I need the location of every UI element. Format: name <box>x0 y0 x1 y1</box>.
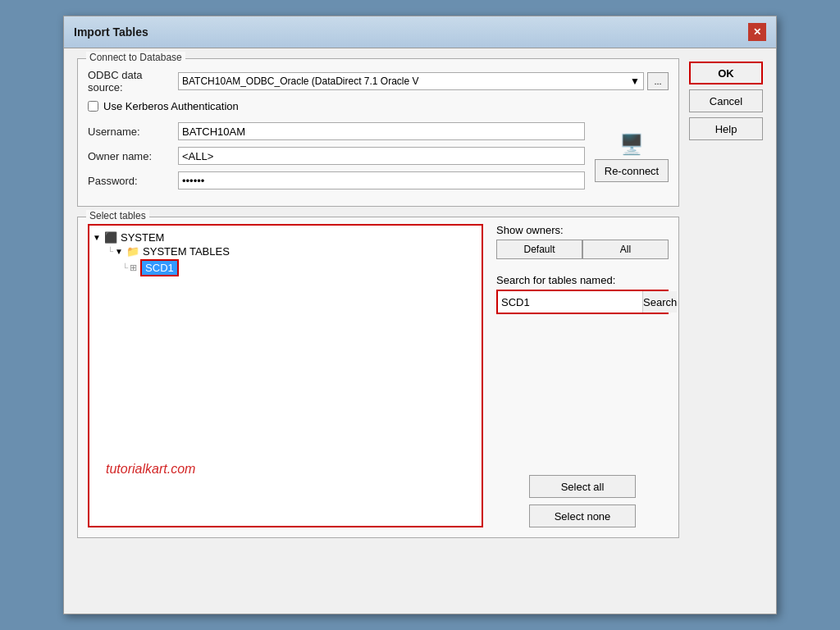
reconnect-button[interactable]: Re-connect <box>595 159 669 182</box>
odbc-browse-button[interactable]: ... <box>647 72 669 90</box>
expander-system-tables[interactable]: ▼ <box>115 247 125 256</box>
connect-group-label: Connect to Database <box>86 52 185 63</box>
search-section: Search for tables named: Search <box>496 274 669 314</box>
table-icon: ⊞ <box>130 262 137 273</box>
close-button[interactable]: ✕ <box>748 23 766 41</box>
username-input[interactable] <box>178 122 585 140</box>
select-tables-group: Select tables ▼ ⬛ SYSTEM └ ▼ <box>77 217 679 538</box>
search-input[interactable] <box>498 291 643 313</box>
tree-panel[interactable]: ▼ ⬛ SYSTEM └ ▼ 📁 SYSTEM TABLES <box>88 224 483 527</box>
select-none-button[interactable]: Select none <box>529 504 636 527</box>
search-label: Search for tables named: <box>496 274 669 286</box>
owner-input[interactable] <box>178 147 585 165</box>
watermark: tutorialkart.com <box>106 462 195 477</box>
odbc-dropdown-icon: ▼ <box>630 75 640 87</box>
reconnect-area: 🖥️ Re-connect <box>595 133 669 182</box>
search-button[interactable]: Search <box>643 291 677 313</box>
ok-button[interactable]: OK <box>689 62 763 84</box>
odbc-label: ODBC data source: <box>88 69 178 94</box>
tree-row-scd1[interactable]: └ ⊞ SCD1 <box>122 258 478 277</box>
password-row: Password: <box>88 171 585 189</box>
password-label: Password: <box>88 175 178 187</box>
select-all-button[interactable]: Select all <box>529 475 636 498</box>
password-input[interactable] <box>178 171 585 189</box>
all-button[interactable]: All <box>582 240 669 259</box>
odbc-select[interactable]: BATCH10AM_ODBC_Oracle (DataDirect 7.1 Or… <box>178 72 644 90</box>
username-row: Username: <box>88 122 585 140</box>
owner-label: Owner name: <box>88 150 178 162</box>
default-button[interactable]: Default <box>496 240 582 259</box>
owner-row: Owner name: <box>88 147 585 165</box>
credentials-reconnect: Username: Owner name: Password: <box>88 119 669 196</box>
system-label: SYSTEM <box>121 231 164 244</box>
right-buttons: OK Cancel Help <box>689 58 763 548</box>
scd1-label[interactable]: SCD1 <box>140 259 179 276</box>
expander-system[interactable]: ▼ <box>93 233 103 242</box>
show-owners-section: Show owners: Default All <box>496 224 669 259</box>
connect-group: Connect to Database ODBC data source: BA… <box>77 58 679 207</box>
odbc-value: BATCH10AM_ODBC_Oracle (DataDirect 7.1 Or… <box>182 75 419 87</box>
right-panel: Show owners: Default All Search for tabl… <box>496 224 669 527</box>
kerberos-row: Use Kerberos Authentication <box>88 100 669 112</box>
connector-line-2: └ <box>122 263 128 272</box>
help-button[interactable]: Help <box>689 117 763 140</box>
odbc-row: ODBC data source: BATCH10AM_ODBC_Oracle … <box>88 69 669 94</box>
tree-row-system[interactable]: ▼ ⬛ SYSTEM <box>93 231 478 244</box>
username-label: Username: <box>88 126 178 138</box>
import-tables-dialog: Import Tables ✕ Connect to Database ODBC… <box>63 16 777 614</box>
search-row: Search <box>496 290 669 314</box>
connector-line: └ <box>107 247 113 256</box>
title-bar: Import Tables ✕ <box>64 16 776 48</box>
bottom-buttons: Select all Select none <box>496 459 669 527</box>
select-tables-body: ▼ ⬛ SYSTEM └ ▼ 📁 SYSTEM TABLES <box>88 224 669 527</box>
owners-buttons: Default All <box>496 240 669 259</box>
dialog-title: Import Tables <box>74 25 148 39</box>
system-tables-label: SYSTEM TABLES <box>143 245 230 258</box>
show-owners-label: Show owners: <box>496 224 669 236</box>
main-content: Connect to Database ODBC data source: BA… <box>77 58 679 548</box>
system-node-icon: ⬛ <box>104 231 117 244</box>
kerberos-checkbox[interactable] <box>88 101 98 112</box>
credentials-block: Username: Owner name: Password: <box>88 119 585 196</box>
kerberos-label: Use Kerberos Authentication <box>103 100 239 112</box>
cancel-button[interactable]: Cancel <box>689 89 763 112</box>
database-icon: 🖥️ <box>619 133 644 156</box>
select-tables-label: Select tables <box>86 210 149 221</box>
dialog-body: Connect to Database ODBC data source: BA… <box>64 48 776 558</box>
tree-row-system-tables[interactable]: └ ▼ 📁 SYSTEM TABLES <box>107 244 478 258</box>
folder-icon: 📁 <box>126 245 139 258</box>
